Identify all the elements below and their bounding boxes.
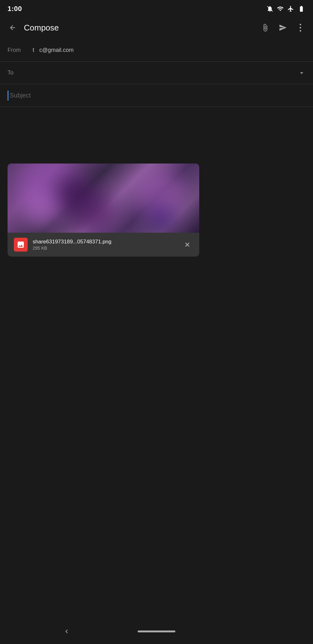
status-time: 1:00 — [8, 5, 22, 13]
attach-button[interactable] — [258, 20, 273, 35]
send-button[interactable] — [275, 20, 290, 35]
subject-field[interactable]: Subject — [0, 84, 313, 107]
remove-attachment-button[interactable] — [182, 239, 193, 250]
file-type-icon — [14, 238, 28, 252]
file-size: 295 KB — [33, 246, 179, 251]
svg-point-2 — [300, 27, 301, 29]
email-body[interactable] — [0, 107, 313, 164]
to-label: To — [8, 69, 33, 76]
battery-icon — [297, 5, 305, 12]
notification-muted-icon — [266, 5, 273, 12]
status-bar: 1:00 — [0, 0, 313, 16]
bokeh-decoration-5 — [58, 176, 89, 208]
wifi-icon — [277, 5, 284, 12]
app-bar: Compose — [0, 16, 313, 39]
attachment-info: share631973189...05748371.png 295 KB — [8, 233, 199, 257]
subject-placeholder: Subject — [10, 92, 31, 99]
svg-point-3 — [300, 30, 301, 32]
file-name: share631973189...05748371.png — [33, 239, 179, 245]
attachment-container: share631973189...05748371.png 295 KB — [8, 164, 199, 257]
app-bar-actions — [258, 20, 308, 35]
more-options-button[interactable] — [293, 20, 308, 35]
from-label: From — [8, 47, 33, 53]
bottom-navigation — [0, 619, 313, 644]
airplane-icon — [287, 5, 294, 12]
bokeh-decoration-6 — [149, 206, 174, 231]
from-email: c@gmail.com — [39, 47, 74, 53]
svg-point-1 — [300, 24, 301, 25]
home-indicator[interactable] — [138, 630, 175, 632]
app-bar-title: Compose — [24, 23, 258, 33]
bokeh-decoration-4 — [23, 192, 61, 230]
system-back-button[interactable] — [63, 628, 70, 635]
status-icons — [266, 5, 305, 12]
back-button[interactable] — [5, 20, 20, 35]
attachment-preview-image — [8, 164, 199, 233]
from-field: From t c@gmail.com — [0, 39, 313, 62]
text-cursor — [8, 91, 8, 101]
to-field[interactable]: To — [0, 62, 313, 84]
chevron-down-icon[interactable] — [298, 69, 305, 77]
from-initial: t — [33, 47, 34, 53]
file-details: share631973189...05748371.png 295 KB — [33, 239, 179, 251]
